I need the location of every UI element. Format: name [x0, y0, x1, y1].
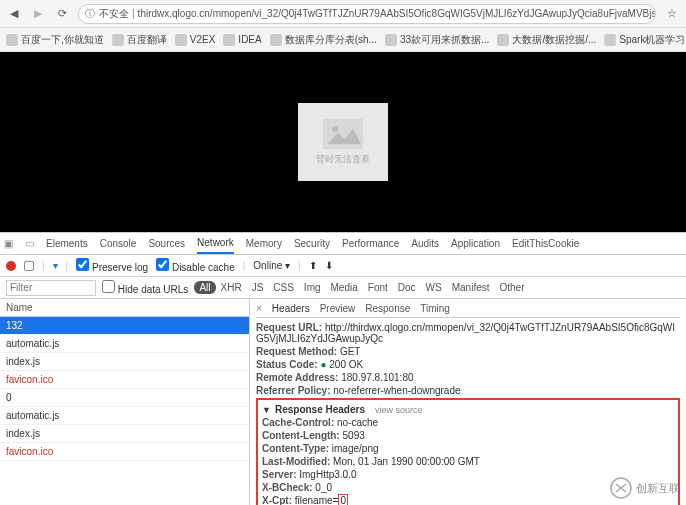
detail-tab[interactable]: Preview [320, 303, 356, 314]
disable-cache-checkbox[interactable]: Disable cache [156, 258, 235, 273]
request-item[interactable]: favicon.ico [0, 371, 249, 389]
devtools-tab[interactable]: Sources [148, 234, 185, 253]
header-row: Remote Address: 180.97.8.101:80 [256, 372, 680, 383]
type-filter[interactable]: Media [326, 281, 363, 294]
network-controls: | ▾ | Preserve log Disable cache | Onlin… [0, 255, 686, 277]
bookmark-item[interactable]: 百度翻译 [112, 33, 167, 47]
bookmark-item[interactable]: 数据库分库分表(sh... [270, 33, 377, 47]
header-row: Request URL: http://thirdwx.qlogo.cn/mmo… [256, 322, 680, 344]
request-item[interactable]: 0 [0, 389, 249, 407]
devtools-panel: ▣ ▭ ElementsConsoleSourcesNetworkMemoryS… [0, 232, 686, 505]
type-filter[interactable]: JS [247, 281, 269, 294]
filter-input[interactable] [6, 280, 96, 296]
header-row: Referrer Policy: no-referrer-when-downgr… [256, 385, 680, 396]
insecure-label: 不安全 [99, 7, 129, 21]
devtools-tab[interactable]: Performance [342, 234, 399, 253]
bookmark-item[interactable]: Spark机器学习（豆... [604, 33, 686, 47]
upload-icon[interactable]: ⬆ [309, 260, 317, 271]
page-content: 暂时无法查看 [0, 52, 686, 232]
devtools-tabs: ▣ ▭ ElementsConsoleSourcesNetworkMemoryS… [0, 233, 686, 255]
online-select[interactable]: Online ▾ [253, 260, 290, 271]
view-source-link[interactable]: view source [375, 405, 423, 415]
request-item[interactable]: favicon.ico [0, 443, 249, 461]
detail-tab[interactable]: Response [365, 303, 410, 314]
type-filter[interactable]: XHR [216, 281, 247, 294]
bookmark-item[interactable]: IDEA [223, 34, 261, 46]
bookmark-favicon-icon [385, 34, 397, 46]
bookmark-favicon-icon [223, 34, 235, 46]
device-icon[interactable]: ▭ [25, 238, 34, 249]
network-filter-bar: Hide data URLs AllXHRJSCSSImgMediaFontDo… [0, 277, 686, 299]
name-column-header: Name [0, 299, 249, 317]
close-detail-icon[interactable]: × [256, 303, 262, 314]
bookmarks-bar: 百度一下,你就知道百度翻译V2EXIDEA数据库分库分表(sh...33款可用来… [0, 28, 686, 52]
type-filter[interactable]: WS [421, 281, 447, 294]
bookmark-favicon-icon [604, 34, 616, 46]
devtools-tab[interactable]: Memory [246, 234, 282, 253]
svg-point-1 [332, 126, 338, 132]
devtools-tab[interactable]: EditThisCookie [512, 234, 579, 253]
filter-toggle-icon[interactable]: ▾ [53, 260, 58, 271]
header-row: Content-Length: 5093 [262, 430, 674, 441]
devtools-tab[interactable]: Network [197, 233, 234, 254]
header-row: Cache-Control: no-cache [262, 417, 674, 428]
type-filter[interactable]: Doc [393, 281, 421, 294]
bookmark-favicon-icon [112, 34, 124, 46]
preserve-log-checkbox[interactable]: Preserve log [76, 258, 148, 273]
address-bar[interactable]: ⓘ 不安全 | thirdwx.qlogo.cn/mmopen/vi_32/Q0… [78, 4, 656, 24]
devtools-tab[interactable]: Console [100, 234, 137, 253]
reload-button[interactable]: ⟳ [54, 6, 70, 22]
devtools-tab[interactable]: Audits [411, 234, 439, 253]
detail-tab[interactable]: Timing [420, 303, 450, 314]
download-icon[interactable]: ⬇ [325, 260, 333, 271]
placeholder-text: 暂时无法查看 [316, 153, 370, 166]
url-text: thirdwx.qlogo.cn/mmopen/vi_32/Q0j4TwGTfT… [138, 8, 656, 19]
watermark-logo: 创新互联 [610, 477, 680, 499]
header-row: Request Method: GET [256, 346, 680, 357]
svg-rect-0 [323, 119, 363, 149]
response-headers-title[interactable]: ▼Response Headers view source [262, 404, 674, 415]
devtools-tab[interactable]: Elements [46, 234, 88, 253]
inspect-icon[interactable]: ▣ [4, 238, 13, 249]
bookmark-favicon-icon [6, 34, 18, 46]
request-list: Name 132automatic.jsindex.jsfavicon.ico0… [0, 299, 250, 505]
header-row: Content-Type: image/png [262, 443, 674, 454]
bookmark-item[interactable]: 百度一下,你就知道 [6, 33, 104, 47]
hide-dataurls-checkbox[interactable]: Hide data URLs [102, 280, 188, 295]
back-button[interactable]: ◀ [6, 6, 22, 22]
bookmark-item[interactable]: 大数据/数据挖掘/... [497, 33, 596, 47]
insecure-icon: ⓘ [85, 7, 95, 21]
request-item[interactable]: automatic.js [0, 407, 249, 425]
image-placeholder: 暂时无法查看 [298, 103, 388, 181]
bookmark-item[interactable]: V2EX [175, 34, 216, 46]
type-filter[interactable]: Img [299, 281, 326, 294]
bookmark-favicon-icon [175, 34, 187, 46]
devtools-tab[interactable]: Application [451, 234, 500, 253]
request-detail: × HeadersPreviewResponseTiming Request U… [250, 299, 686, 505]
request-item[interactable]: index.js [0, 353, 249, 371]
header-row: Last-Modified: Mon, 01 Jan 1990 00:00:00… [262, 456, 674, 467]
devtools-tab[interactable]: Security [294, 234, 330, 253]
forward-button[interactable]: ▶ [30, 6, 46, 22]
type-filter[interactable]: Font [363, 281, 393, 294]
request-item[interactable]: index.js [0, 425, 249, 443]
bookmark-favicon-icon [270, 34, 282, 46]
star-icon[interactable]: ☆ [664, 6, 680, 22]
type-filter[interactable]: Other [495, 281, 530, 294]
bookmark-favicon-icon [497, 34, 509, 46]
type-filter[interactable]: All [194, 281, 215, 294]
type-filter[interactable]: CSS [268, 281, 299, 294]
record-button[interactable] [6, 261, 16, 271]
request-item[interactable]: 132 [0, 317, 249, 335]
bookmark-item[interactable]: 33款可用来抓数据... [385, 33, 489, 47]
header-row: Status Code: ● 200 OK [256, 359, 680, 370]
request-item[interactable]: automatic.js [0, 335, 249, 353]
type-filter[interactable]: Manifest [447, 281, 495, 294]
clear-button[interactable] [24, 261, 34, 271]
detail-tab[interactable]: Headers [272, 303, 310, 314]
